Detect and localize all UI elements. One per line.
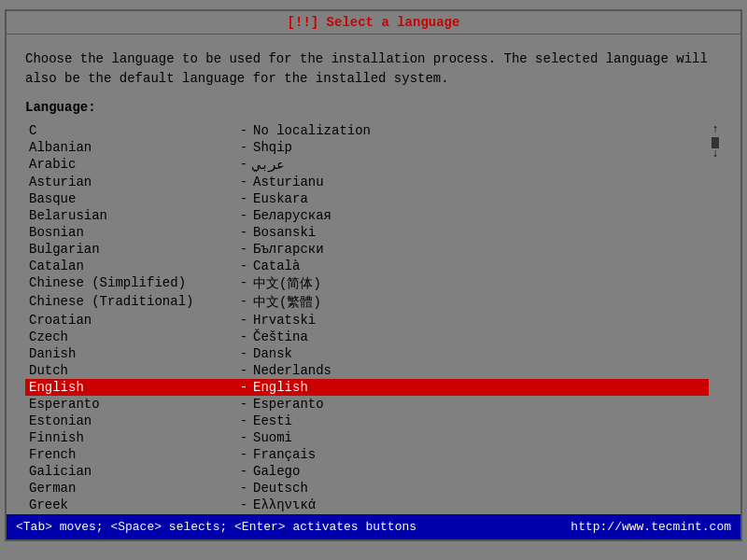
lang-native: Беларуская (253, 208, 705, 223)
lang-separator: - (234, 242, 253, 257)
description-line2: also be the default language for the ins… (25, 71, 449, 86)
lang-native: Català (253, 259, 705, 273)
lang-name: Chinese (Traditional) (29, 294, 234, 311)
lang-native: Eesti (253, 413, 705, 428)
language-row[interactable]: Basque-Euskara (25, 190, 709, 207)
language-row[interactable]: French-Français (25, 446, 709, 463)
lang-name: Bosnian (29, 225, 234, 240)
lang-native: Galego (253, 464, 705, 479)
scroll-up-arrow[interactable]: ↑ (712, 124, 718, 135)
lang-native: 中文(简体) (253, 275, 705, 292)
lang-native: Български (253, 242, 705, 257)
lang-native: Euskara (253, 191, 705, 206)
lang-separator: - (234, 175, 253, 189)
language-row[interactable]: Esperanto-Esperanto (25, 396, 709, 413)
language-row[interactable]: Chinese (Traditional)-中文(繁體) (25, 293, 709, 312)
lang-name: Arabic (29, 157, 234, 173)
lang-separator: - (234, 430, 253, 445)
lang-name: Croatian (29, 313, 234, 328)
lang-name: Catalan (29, 259, 234, 273)
lang-name: Finnish (29, 430, 234, 445)
language-row[interactable]: English-English (25, 379, 709, 396)
lang-name: Estonian (29, 413, 234, 428)
language-row[interactable]: Belarusian-Беларуская (25, 207, 709, 224)
bottom-bar: <Tab> moves; <Space> selects; <Enter> ac… (7, 514, 740, 539)
lang-native: Shqip (253, 140, 705, 155)
lang-separator: - (234, 397, 253, 412)
status-text: <Tab> moves; <Space> selects; <Enter> ac… (16, 520, 416, 534)
lang-name: English (29, 380, 234, 395)
language-row[interactable]: Czech-Čeština (25, 329, 709, 345)
lang-separator: - (234, 123, 253, 138)
lang-separator: - (234, 346, 253, 361)
language-label: Language: (25, 100, 722, 115)
lang-separator: - (234, 208, 253, 223)
language-row[interactable]: Chinese (Simplified)-中文(简体) (25, 274, 709, 293)
lang-name: Greek (29, 497, 234, 512)
lang-separator: - (234, 363, 253, 378)
title-bar: [!!] Select a language (7, 11, 740, 35)
url-text: http://www.tecmint.com (571, 520, 731, 534)
lang-name: Galician (29, 464, 234, 479)
language-row[interactable]: Asturian-Asturianu (25, 174, 709, 190)
lang-name: Bulgarian (29, 242, 234, 257)
lang-separator: - (234, 447, 253, 462)
lang-separator: - (234, 140, 253, 155)
language-row[interactable]: Catalan-Català (25, 258, 709, 274)
lang-separator: - (234, 294, 253, 311)
lang-native: English (253, 380, 705, 395)
lang-separator: - (234, 259, 253, 273)
lang-native: Čeština (253, 329, 705, 344)
lang-native: Suomi (253, 430, 705, 445)
lang-separator: - (234, 225, 253, 240)
language-row[interactable]: C-No localization (25, 122, 709, 139)
language-row[interactable]: Finnish-Suomi (25, 429, 709, 446)
content-area: Choose the language to be used for the i… (7, 35, 740, 553)
language-list-container: C-No localizationAlbanian-ShqipArabic-عر… (25, 122, 722, 513)
language-row[interactable]: Galician-Galego (25, 463, 709, 480)
lang-native: Nederlands (253, 363, 705, 378)
lang-native: Bosanski (253, 225, 705, 240)
language-row[interactable]: Bulgarian-Български (25, 241, 709, 258)
lang-name: Chinese (Simplified) (29, 275, 234, 292)
lang-name: German (29, 481, 234, 496)
lang-separator: - (234, 413, 253, 428)
language-row[interactable]: Estonian-Eesti (25, 413, 709, 429)
scroll-down-arrow[interactable]: ↓ (712, 148, 718, 160)
lang-name: Czech (29, 329, 234, 344)
lang-native: عربي (253, 157, 705, 173)
lang-name: Belarusian (29, 208, 234, 223)
lang-name: Basque (29, 191, 234, 206)
lang-separator: - (234, 157, 253, 173)
lang-name: Esperanto (29, 397, 234, 412)
lang-name: Albanian (29, 140, 234, 155)
description-line1: Choose the language to be used for the i… (25, 51, 708, 66)
lang-native: Esperanto (253, 397, 705, 412)
language-row[interactable]: German-Deutsch (25, 480, 709, 497)
main-window: [!!] Select a language Choose the langua… (5, 9, 742, 541)
lang-native: Français (253, 447, 705, 462)
language-list[interactable]: C-No localizationAlbanian-ShqipArabic-عر… (25, 122, 709, 513)
lang-separator: - (234, 275, 253, 292)
language-row[interactable]: Bosnian-Bosanski (25, 224, 709, 241)
language-row[interactable]: Dutch-Nederlands (25, 362, 709, 379)
lang-separator: - (234, 191, 253, 206)
lang-name: C (29, 123, 234, 138)
lang-name: Dutch (29, 363, 234, 378)
window-title: [!!] Select a language (288, 15, 460, 30)
lang-separator: - (234, 329, 253, 344)
language-row[interactable]: Arabic-عربي (25, 156, 709, 174)
scrollbar[interactable]: ↑ ↓ (709, 122, 722, 160)
language-row[interactable]: Albanian-Shqip (25, 139, 709, 156)
lang-separator: - (234, 481, 253, 496)
lang-name: French (29, 447, 234, 462)
lang-name: Danish (29, 346, 234, 361)
language-row[interactable]: Croatian-Hrvatski (25, 312, 709, 329)
lang-native: No localization (253, 123, 705, 138)
lang-separator: - (234, 497, 253, 512)
lang-native: Deutsch (253, 481, 705, 496)
language-row[interactable]: Greek-Ελληνικά (25, 497, 709, 513)
lang-native: Dansk (253, 346, 705, 361)
scroll-thumb (712, 137, 719, 148)
language-row[interactable]: Danish-Dansk (25, 345, 709, 362)
